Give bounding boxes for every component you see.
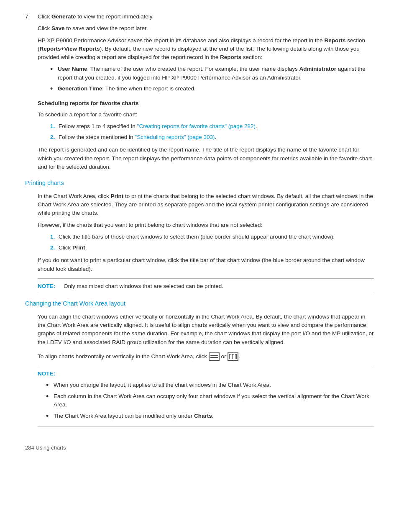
step7-para3: HP XP P9000 Performance Advisor saves th… (38, 36, 374, 62)
scheduling-intro: To schedule a report for a favorite char… (38, 111, 374, 119)
print-step-content-1: Click the title bars of those chart wind… (59, 233, 374, 241)
step-number: 7. (25, 13, 38, 98)
creating-reports-link[interactable]: "Creating reports for favorite charts" (… (137, 123, 256, 129)
note-bullet-1: • When you change the layout, it applies… (46, 381, 374, 390)
printing-note: NOTE: Only maximized chart windows that … (38, 278, 374, 294)
icon-col1 (229, 354, 231, 359)
note-label-printing: NOTE: (38, 282, 59, 290)
bullet-dot-2: • (50, 85, 58, 94)
changing-para2: To align charts horizontally or vertical… (38, 352, 374, 361)
step7-line2: Click Save to save and view the report l… (38, 24, 374, 33)
changing-note-label: NOTE: (38, 370, 374, 378)
scheduling-subsection: Scheduling reports for favorite charts T… (25, 99, 374, 171)
note-content-printing: Only maximized chart windows that are se… (64, 282, 374, 290)
print-step-num-1: 1. (50, 233, 59, 241)
note-bullet-2: • Each column in the Chart Work Area can… (46, 392, 374, 409)
printing-body: In the Chart Work Area, click Print to p… (25, 192, 374, 294)
printing-step-2: 2. Click Print. (50, 244, 374, 252)
step7-line1: Click Generate to view the report immedi… (38, 13, 374, 21)
note-bullet-dot-2: • (46, 392, 54, 409)
step-body: Click Generate to view the report immedi… (38, 13, 374, 98)
icon-col3 (235, 354, 237, 359)
bullet-gentime-text: Generation Time: The time when the repor… (58, 85, 374, 94)
note-bullet-dot-1: • (46, 381, 54, 390)
note-bullet-content-2: Each column in the Chart Work Area can o… (54, 392, 374, 409)
printing-heading: Printing charts (25, 179, 374, 188)
scheduling-steps: 1. Follow steps 1 to 4 specified in "Cre… (38, 122, 374, 142)
bullet-gentime: • Generation Time: The time when the rep… (50, 85, 374, 94)
note-bullet-3: • The Chart Work Area layout can be modi… (46, 412, 374, 421)
printing-para3: If you do not want to print a particular… (38, 256, 374, 273)
footer-text: 284 Using charts (25, 445, 66, 451)
note-bullet-content-3: The Chart Work Area layout can be modifi… (54, 412, 374, 421)
vertical-layout-icon (228, 352, 238, 361)
step7-bullets: • User Name: The name of the user who cr… (38, 65, 374, 93)
step-content-1: Follow steps 1 to 4 specified in "Creati… (59, 122, 374, 131)
scheduling-step-2: 2. Follow the steps mentioned in "Schedu… (50, 133, 374, 141)
print-step-num-2: 2. (50, 244, 59, 252)
generate-bold: Generate (51, 13, 76, 20)
step-content-2: Follow the steps mentioned in "Schedulin… (59, 133, 374, 141)
page-footer: 284 Using charts (25, 444, 374, 452)
step-num-1: 1. (50, 122, 59, 131)
changing-note-bullets: • When you change the layout, it applies… (38, 381, 374, 421)
changing-body: You can align the chart windows either v… (25, 313, 374, 427)
printing-section: Printing charts In the Chart Work Area, … (25, 179, 374, 294)
scheduling-subheading: Scheduling reports for favorite charts (38, 99, 374, 108)
scheduling-reports-link[interactable]: "Scheduling reports" (page 303) (135, 134, 215, 140)
scheduling-para: The report is generated and can be ident… (38, 146, 374, 171)
scheduling-step-1: 1. Follow steps 1 to 4 specified in "Cre… (50, 122, 374, 131)
horizontal-layout-icon (209, 352, 220, 361)
page-content: 7. Click Generate to view the report imm… (25, 13, 374, 452)
changing-note: NOTE: • When you change the layout, it a… (38, 366, 374, 427)
bullet-username: • User Name: The name of the user who cr… (50, 65, 374, 82)
save-bold: Save (51, 25, 65, 31)
printing-step-1: 1. Click the title bars of those chart w… (50, 233, 374, 241)
icon-col2 (232, 354, 234, 359)
printing-steps: 1. Click the title bars of those chart w… (38, 233, 374, 252)
print-step-content-2: Click Print. (59, 244, 374, 252)
changing-section: Changing the Chart Work Area layout You … (25, 299, 374, 427)
changing-heading: Changing the Chart Work Area layout (25, 299, 374, 308)
bullet-dot: • (50, 65, 58, 82)
printing-para1: In the Chart Work Area, click Print to p… (38, 192, 374, 218)
bullet-username-text: User Name: The name of the user who crea… (58, 65, 374, 82)
changing-para1: You can align the chart windows either v… (38, 313, 374, 347)
step-7: 7. Click Generate to view the report imm… (25, 13, 374, 98)
step-num-2: 2. (50, 133, 59, 141)
note-bullet-dot-3: • (46, 412, 54, 421)
printing-para2: However, if the charts that you want to … (38, 221, 374, 229)
note-bullet-content-1: When you change the layout, it applies t… (54, 381, 374, 390)
